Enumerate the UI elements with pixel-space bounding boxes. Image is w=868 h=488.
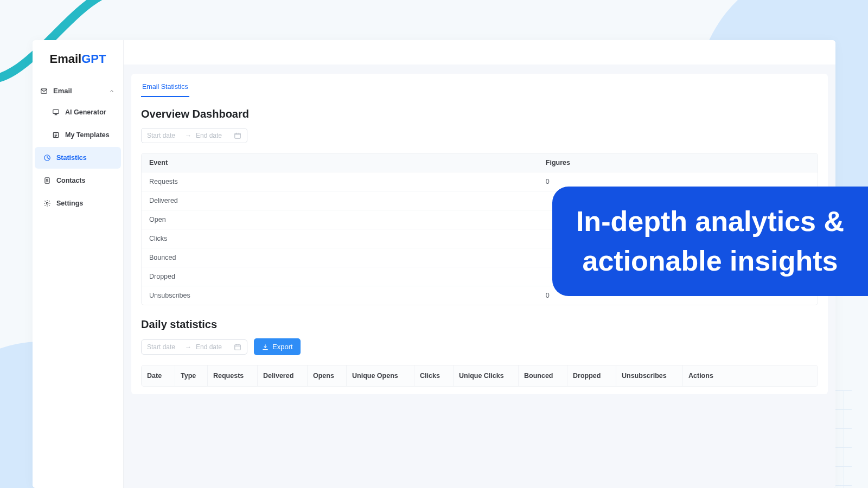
dashboard-icon xyxy=(43,154,51,162)
overview-header-row: Event Figures xyxy=(142,153,818,172)
daily-header-row: Date Type Requests Delivered Opens Uniqu… xyxy=(142,365,818,386)
contacts-icon xyxy=(43,177,51,184)
daily-col-delivered: Delivered xyxy=(258,365,308,386)
chevron-up-icon xyxy=(108,87,116,95)
brand-logo: EmailGPT xyxy=(33,40,123,76)
callout-line1: In-depth analytics & xyxy=(576,202,844,241)
overview-daterange[interactable]: Start date → End date xyxy=(141,128,247,143)
marketing-callout: In-depth analytics & actionable insights xyxy=(552,187,868,296)
export-button-label: Export xyxy=(272,343,293,351)
brand-part1: Email xyxy=(50,52,82,66)
start-date-placeholder: Start date xyxy=(147,132,181,139)
sidebar-item-ai-generator[interactable]: AI Generator xyxy=(35,101,121,123)
sidebar: EmailGPT Email AI Generator xyxy=(33,40,124,488)
heading-overview: Overview Dashboard xyxy=(141,108,828,120)
tab-email-statistics[interactable]: Email Statistics xyxy=(141,83,189,97)
sidebar-item-contacts[interactable]: Contacts xyxy=(35,170,121,191)
callout-line2: actionable insights xyxy=(576,241,844,281)
sidebar-item-my-templates[interactable]: My Templates xyxy=(35,124,121,146)
sidebar-item-label: My Templates xyxy=(65,131,110,139)
daily-col-clicks: Clicks xyxy=(414,365,454,386)
svg-rect-8 xyxy=(235,344,241,349)
brand-part2: GPT xyxy=(81,52,106,66)
overview-cell-figures: 0 xyxy=(546,178,810,185)
overview-cell-event: Bounced xyxy=(149,254,546,261)
end-date-placeholder: End date xyxy=(196,343,229,351)
daily-col-actions: Actions xyxy=(683,365,818,386)
overview-cell-event: Unsubscribes xyxy=(149,292,546,299)
monitor-icon xyxy=(52,108,60,116)
overview-cell-event: Open xyxy=(149,216,546,223)
export-button[interactable]: Export xyxy=(254,338,301,355)
overview-cell-event: Requests xyxy=(149,178,546,185)
sidebar-item-settings[interactable]: Settings xyxy=(35,192,121,214)
daily-col-unsubscribes: Unsubscribes xyxy=(616,365,683,386)
start-date-placeholder: Start date xyxy=(147,343,181,351)
daily-col-unique-opens: Unique Opens xyxy=(347,365,414,386)
sidebar-section-email[interactable]: Email xyxy=(33,81,123,100)
svg-rect-1 xyxy=(53,110,59,113)
sidebar-item-label: Statistics xyxy=(56,154,87,162)
sidebar-item-label: Settings xyxy=(56,200,83,207)
daily-col-unique-clicks: Unique Clicks xyxy=(454,365,519,386)
heading-daily: Daily statistics xyxy=(141,318,828,331)
overview-cell-event: Dropped xyxy=(149,273,546,280)
svg-rect-7 xyxy=(235,133,241,138)
daily-col-requests: Requests xyxy=(208,365,258,386)
sidebar-item-statistics[interactable]: Statistics xyxy=(35,147,121,169)
daily-col-bounced: Bounced xyxy=(519,365,567,386)
overview-cell-event: Clicks xyxy=(149,235,546,242)
download-icon xyxy=(261,343,269,351)
overview-header-figures: Figures xyxy=(546,159,810,166)
daily-col-dropped: Dropped xyxy=(567,365,616,386)
sidebar-item-label: AI Generator xyxy=(65,108,106,116)
overview-header-event: Event xyxy=(149,159,546,166)
end-date-placeholder: End date xyxy=(196,132,229,139)
topbar xyxy=(124,40,835,65)
calendar-icon xyxy=(234,343,241,351)
daily-daterange[interactable]: Start date → End date xyxy=(141,339,247,355)
arrow-right-icon: → xyxy=(185,343,192,351)
calendar-icon xyxy=(234,132,241,139)
svg-point-6 xyxy=(46,202,48,204)
overview-cell-event: Delivered xyxy=(149,197,546,204)
daily-table: Date Type Requests Delivered Opens Uniqu… xyxy=(141,365,818,387)
mail-icon xyxy=(40,87,48,95)
daily-col-opens: Opens xyxy=(308,365,347,386)
list-icon xyxy=(52,131,60,139)
gear-icon xyxy=(43,200,51,207)
sidebar-item-label: Contacts xyxy=(56,177,85,184)
daily-col-type: Type xyxy=(175,365,208,386)
arrow-right-icon: → xyxy=(185,132,192,139)
sidebar-section-label: Email xyxy=(53,87,72,95)
sidebar-nav: Email AI Generator My Templates xyxy=(33,76,123,221)
daily-col-date: Date xyxy=(142,365,175,386)
svg-point-5 xyxy=(47,179,48,181)
